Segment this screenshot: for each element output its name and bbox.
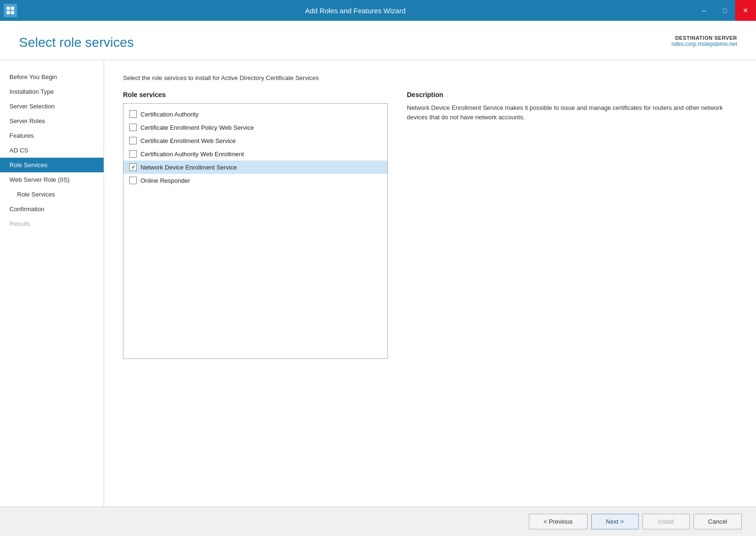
role-services-header: Role services: [123, 91, 388, 98]
service-checkbox[interactable]: [129, 137, 137, 144]
service-label: Online Responder: [141, 177, 190, 184]
nav-item-web-server-role-iis[interactable]: Web Server Role (IIS): [0, 172, 104, 187]
left-nav: Before You BeginInstallation TypeServer …: [0, 60, 104, 507]
description-text: Network Device Enrollment Service makes …: [407, 103, 737, 122]
nav-item-results: Results: [0, 216, 104, 231]
description-header: Description: [407, 91, 737, 98]
cancel-button[interactable]: Cancel: [694, 514, 742, 529]
content-description: Select the role services to install for …: [123, 74, 737, 81]
destination-server-info: DESTINATION SERVER ndes.corp.mstepdemo.n…: [671, 35, 737, 47]
service-item-certificate-enrollment-web-service[interactable]: Certificate Enrollment Web Service: [123, 134, 387, 147]
minimize-button[interactable]: –: [694, 0, 714, 21]
window-controls: – □ ✕: [694, 0, 756, 21]
service-item-certification-authority[interactable]: Certification Authority: [123, 107, 387, 121]
previous-button[interactable]: < Previous: [529, 514, 588, 529]
service-label: Certification Authority: [141, 111, 199, 118]
window-content: Select role services DESTINATION SERVER …: [0, 21, 756, 536]
service-checkbox[interactable]: [129, 163, 137, 171]
svg-rect-1: [11, 7, 14, 10]
app-icon: [4, 4, 17, 17]
role-services-panel: Role services Certification AuthorityCer…: [123, 91, 388, 492]
svg-rect-3: [11, 11, 14, 14]
next-button[interactable]: Next >: [591, 514, 639, 529]
service-item-network-device-enrollment-service[interactable]: Network Device Enrollment Service: [123, 161, 387, 174]
service-label: Network Device Enrollment Service: [141, 164, 237, 171]
destination-name: ndes.corp.mstepdemo.net: [671, 41, 737, 47]
service-label: Certificate Enrollment Web Service: [141, 137, 236, 144]
service-label: Certification Authority Web Enrollment: [141, 151, 244, 158]
page-title: Select role services: [19, 35, 134, 50]
service-checkbox[interactable]: [129, 124, 137, 131]
nav-item-ad-cs[interactable]: AD CS: [0, 143, 104, 158]
service-item-certificate-enrollment-policy-web-service[interactable]: Certificate Enrollment Policy Web Servic…: [123, 121, 387, 134]
service-item-certification-authority-web-enrollment[interactable]: Certification Authority Web Enrollment: [123, 147, 387, 161]
right-content: Select the role services to install for …: [104, 60, 756, 507]
description-panel: Description Network Device Enrollment Se…: [407, 91, 737, 492]
svg-rect-2: [7, 11, 10, 14]
maximize-button[interactable]: □: [714, 0, 735, 21]
nav-item-installation-type[interactable]: Installation Type: [0, 84, 104, 99]
destination-label: DESTINATION SERVER: [671, 35, 737, 41]
footer: < Previous Next > Install Cancel: [0, 507, 756, 536]
svg-rect-0: [7, 7, 10, 10]
nav-item-before-you-begin[interactable]: Before You Begin: [0, 70, 104, 84]
service-label: Certificate Enrollment Policy Web Servic…: [141, 124, 254, 131]
body-area: Before You BeginInstallation TypeServer …: [0, 60, 756, 507]
install-button[interactable]: Install: [642, 514, 690, 529]
nav-item-role-services[interactable]: Role Services: [0, 187, 104, 202]
titlebar: Add Roles and Features Wizard – □ ✕: [0, 0, 756, 21]
services-list: Certification AuthorityCertificate Enrol…: [123, 103, 388, 359]
service-checkbox[interactable]: [129, 177, 137, 184]
two-columns: Role services Certification AuthorityCer…: [123, 91, 737, 492]
nav-item-server-selection[interactable]: Server Selection: [0, 99, 104, 114]
window-title: Add Roles and Features Wizard: [17, 7, 694, 15]
nav-item-features[interactable]: Features: [0, 128, 104, 143]
service-item-online-responder[interactable]: Online Responder: [123, 174, 387, 187]
close-button[interactable]: ✕: [735, 0, 756, 21]
nav-item-server-roles[interactable]: Server Roles: [0, 114, 104, 128]
service-checkbox[interactable]: [129, 150, 137, 158]
header-area: Select role services DESTINATION SERVER …: [0, 21, 756, 60]
nav-item-confirmation[interactable]: Confirmation: [0, 202, 104, 216]
nav-item-role-services[interactable]: Role Services: [0, 158, 104, 172]
service-checkbox[interactable]: [129, 110, 137, 118]
